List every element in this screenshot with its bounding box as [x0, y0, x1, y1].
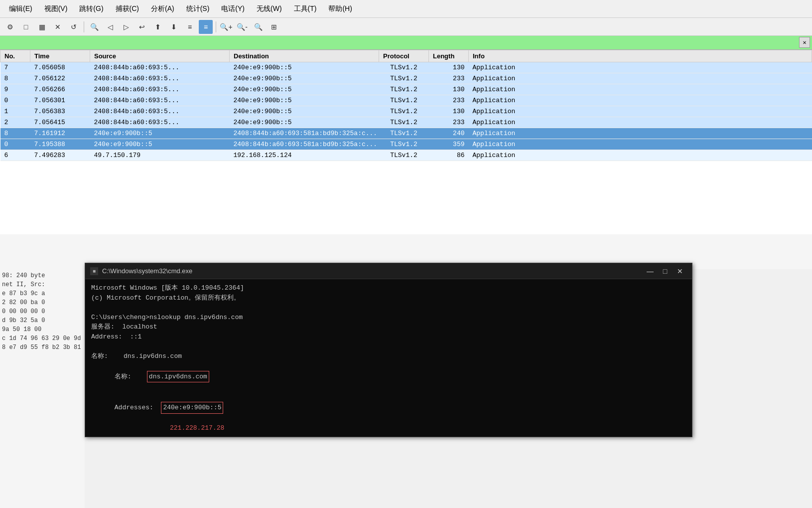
- detail-hex-5: 9a 50 18 00: [2, 325, 83, 334]
- col-header-length[interactable]: Length: [429, 50, 469, 62]
- toolbar-sep2: [216, 21, 216, 32]
- cmd-window: ■ C:\Windows\system32\cmd.exe — □ ✕ Micr…: [85, 263, 692, 437]
- toolbar-last-btn[interactable]: ⬇: [167, 20, 181, 34]
- toolbar: ⚙ □ ▦ ✕ ↺ 🔍 ◁ ▷ ↩ ⬆ ⬇ ≡ ≡ 🔍+ 🔍- 🔍 ⊞: [0, 18, 812, 36]
- cmd-line-3: [91, 303, 686, 313]
- table-row[interactable]: 97.0562662408:844b:a60:693:5...240e:e9:9…: [0, 84, 812, 95]
- cmd-controls: — □ ✕: [643, 265, 687, 277]
- detail-hex-7: 8 e7 d9 55 f8 b2 3b 81 a3 19 fd 40 94 e5…: [2, 343, 83, 352]
- table-row[interactable]: 67.49628349.7.150.179192.168.125.124TLSv…: [0, 150, 812, 161]
- toolbar-forward-btn[interactable]: ▷: [119, 20, 133, 34]
- detail-hex-1: e 87 b3 9c a: [2, 289, 83, 298]
- menu-capture[interactable]: 捕获(C): [111, 2, 144, 15]
- toolbar-zoom-out-btn[interactable]: 🔍-: [235, 20, 249, 34]
- toolbar-restart-btn[interactable]: ↺: [67, 20, 81, 34]
- table-row[interactable]: 77.0560582408:844b:a60:693:5...240e:e9:9…: [0, 62, 812, 73]
- detail-bytes-info: 98: 240 byte: [2, 271, 83, 280]
- table-row[interactable]: 17.0563832408:844b:a60:693:5...240e:e9:9…: [0, 106, 812, 117]
- cmd-close-btn[interactable]: ✕: [673, 265, 687, 277]
- menu-edit[interactable]: 编辑(E): [4, 2, 37, 15]
- menu-bar: 编辑(E) 视图(V) 跳转(G) 捕获(C) 分析(A) 统计(S) 电话(Y…: [0, 0, 812, 18]
- cmd-line-1: Microsoft Windows [版本 10.0.19045.2364]: [91, 283, 686, 293]
- packet-table-wrapper: No. Time Source Destination Protocol Len…: [0, 50, 812, 234]
- toolbar-btn2[interactable]: □: [19, 20, 33, 34]
- cmd-line-addr2: 221.228.217.28: [91, 423, 686, 433]
- detail-hex-2: 2 82 00 ba 0: [2, 298, 83, 307]
- toolbar-first-btn[interactable]: ⬆: [151, 20, 165, 34]
- menu-wireless[interactable]: 无线(W): [252, 2, 287, 15]
- menu-goto[interactable]: 跳转(G): [74, 2, 108, 15]
- table-row[interactable]: 07.0563012408:844b:a60:693:5...240e:e9:9…: [0, 95, 812, 106]
- detail-hex-4: d 9b 32 5a 0: [2, 316, 83, 325]
- detail-hex-6: c 1d 74 96 63 29 0e 9d c0 e9 56 10 29 fd…: [2, 334, 83, 343]
- cmd-titlebar: ■ C:\Windows\system32\cmd.exe — □ ✕: [85, 263, 692, 279]
- table-row[interactable]: 87.0561222408:844b:a60:693:5...240e:e9:9…: [0, 73, 812, 84]
- toolbar-stop-btn[interactable]: ✕: [51, 20, 65, 34]
- table-row[interactable]: 87.161912240e:e9:900b::52408:844b:a60:69…: [0, 128, 812, 139]
- cmd-line-6: Address: ::1: [91, 332, 686, 342]
- cmd-highlight-addr: 240e:e9:900b::5: [161, 402, 223, 414]
- toolbar-goto-btn[interactable]: ↩: [135, 20, 149, 34]
- toolbar-resize-btn[interactable]: ⊞: [267, 20, 281, 34]
- table-row[interactable]: 27.0564152408:844b:a60:693:5...240e:e9:9…: [0, 117, 812, 128]
- col-header-source[interactable]: Source: [90, 50, 230, 62]
- menu-analyze[interactable]: 分析(A): [146, 2, 179, 15]
- col-header-dest[interactable]: Destination: [230, 50, 379, 62]
- toolbar-zoom-reset-btn[interactable]: 🔍: [251, 20, 265, 34]
- col-header-info[interactable]: Info: [469, 50, 812, 62]
- toolbar-auto-scroll-btn[interactable]: ≡: [183, 20, 197, 34]
- cmd-maximize-btn[interactable]: □: [658, 265, 672, 277]
- cmd-line-8: 名称: dns.ipv6dns.com: [91, 351, 686, 361]
- menu-statistics[interactable]: 统计(S): [181, 2, 215, 15]
- detail-net-line: net II, Src:: [2, 280, 83, 289]
- packet-table: No. Time Source Destination Protocol Len…: [0, 50, 812, 161]
- toolbar-zoom-in-btn[interactable]: 🔍+: [219, 20, 233, 34]
- menu-view[interactable]: 视图(V): [39, 2, 73, 15]
- menu-phone[interactable]: 电话(Y): [216, 2, 250, 15]
- cmd-app-icon: ■: [90, 267, 98, 275]
- toolbar-interfaces-btn[interactable]: ▦: [35, 20, 49, 34]
- cmd-body: Microsoft Windows [版本 10.0.19045.2364] (…: [85, 279, 692, 437]
- cmd-line-7: [91, 341, 686, 351]
- col-header-protocol[interactable]: Protocol: [379, 50, 429, 62]
- toolbar-find-btn[interactable]: 🔍: [87, 20, 101, 34]
- toolbar-sep1: [84, 21, 84, 32]
- menu-tools[interactable]: 工具(T): [289, 2, 322, 15]
- detail-area: 98: 240 byte net II, Src: e 87 b3 9c a 2…: [0, 269, 85, 508]
- cmd-highlight-name: dns.ipv6dns.com: [147, 371, 209, 383]
- cmd-line-4: C:\Users\cheng>nslookup dns.ipv6dns.com: [91, 313, 686, 323]
- cmd-minimize-btn[interactable]: —: [643, 265, 657, 277]
- filter-close-btn[interactable]: ✕: [799, 37, 810, 48]
- col-header-time[interactable]: Time: [30, 50, 90, 62]
- toolbar-prefs-btn[interactable]: ⚙: [3, 20, 17, 34]
- table-row[interactable]: 07.195388240e:e9:900b::52408:844b:a60:69…: [0, 139, 812, 150]
- detail-hex-3: 0 00 00 00 0: [2, 307, 83, 316]
- menu-help[interactable]: 帮助(H): [323, 2, 357, 15]
- filter-input[interactable]: [0, 36, 812, 49]
- toolbar-colorize-btn[interactable]: ≡: [199, 20, 213, 34]
- cmd-title-text: C:\Windows\system32\cmd.exe: [102, 267, 192, 275]
- cmd-line-5: 服务器: localhost: [91, 322, 686, 332]
- cmd-title-left: ■ C:\Windows\system32\cmd.exe: [90, 267, 192, 275]
- cmd-line-addr: Addresses: 240e:e9:900b::5: [91, 392, 686, 424]
- toolbar-back-btn[interactable]: ◁: [103, 20, 117, 34]
- wireshark-window: 编辑(E) 视图(V) 跳转(G) 捕获(C) 分析(A) 统计(S) 电话(Y…: [0, 0, 812, 269]
- cmd-line-highlight: 名称: dns.ipv6dns.com: [91, 361, 686, 392]
- cmd-line-2: (c) Microsoft Corporation。保留所有权利。: [91, 293, 686, 303]
- filter-bar: ✕: [0, 36, 812, 50]
- col-header-no[interactable]: No.: [0, 50, 30, 62]
